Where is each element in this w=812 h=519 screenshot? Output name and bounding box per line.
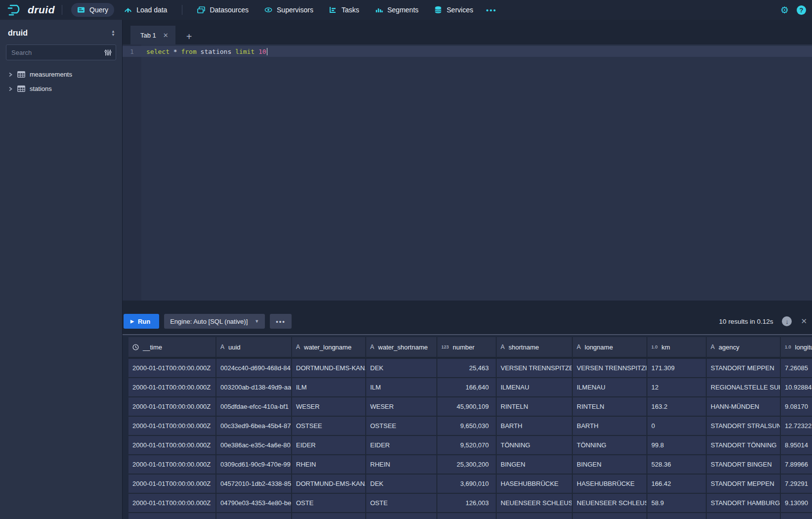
nav-item-tasks[interactable]: Tasks bbox=[323, 3, 365, 17]
help-button[interactable]: ? bbox=[797, 5, 806, 15]
table-cell-shortname[interactable]: NEUENSEER SCHLEUSEN bbox=[497, 494, 573, 513]
query-more-button[interactable]: ••• bbox=[270, 314, 292, 329]
table-cell-km[interactable]: 58.9 bbox=[647, 494, 707, 513]
schema-selector[interactable]: druid ▲▼ bbox=[6, 28, 116, 38]
table-cell-uuid[interactable]: 00c33ed9-6bea-45b4-87 bbox=[216, 417, 292, 436]
column-header-__time[interactable]: __time bbox=[128, 337, 216, 359]
table-cell-shortname[interactable]: HASEHUBBRÜCKE bbox=[497, 475, 573, 494]
column-header-number[interactable]: 123number bbox=[437, 337, 497, 359]
nav-item-supervisors[interactable]: Supervisors bbox=[258, 3, 319, 17]
table-cell-number[interactable]: 9,520,070 bbox=[437, 436, 497, 455]
table-cell-water_longname[interactable]: WESER bbox=[292, 397, 366, 417]
table-cell-agency[interactable]: STANDORT STRALSUND bbox=[707, 417, 781, 436]
table-cell-water_shortname[interactable]: DEK bbox=[366, 475, 437, 494]
table-cell-longitude[interactable]: 9.08170 bbox=[781, 397, 812, 417]
nav-item-segments[interactable]: Segments bbox=[369, 3, 425, 17]
table-cell-water_longname[interactable]: DORTMUND-EMS-KANAL bbox=[292, 475, 366, 494]
table-cell-uuid[interactable]: 04790e03-4353-4e80-be bbox=[216, 494, 292, 513]
column-header-longitude[interactable]: 1.0longitude bbox=[781, 337, 812, 359]
table-cell-agency[interactable]: STANDORT BINGEN bbox=[707, 455, 781, 475]
search-input[interactable] bbox=[11, 49, 104, 56]
table-cell-__time[interactable]: 2000-01-01T00:00:00.000Z bbox=[128, 455, 216, 475]
table-cell-longname[interactable]: BINGEN bbox=[573, 455, 647, 475]
table-cell-water_longname[interactable]: RHEIN bbox=[292, 455, 366, 475]
tree-item-stations[interactable]: stations bbox=[6, 82, 116, 96]
table-cell-km[interactable]: 163.2 bbox=[647, 397, 707, 417]
table-cell-longname[interactable]: TÖNNING bbox=[573, 436, 647, 455]
column-header-shortname[interactable]: Ashortname bbox=[497, 337, 573, 359]
table-cell-agency[interactable]: STANDORT HAMBURG bbox=[707, 494, 781, 513]
table-cell-empty[interactable] bbox=[128, 513, 216, 519]
add-tab-button[interactable]: + bbox=[183, 31, 195, 44]
table-cell-__time[interactable]: 2000-01-01T00:00:00.000Z bbox=[128, 378, 216, 397]
table-cell-longitude[interactable]: 7.89966 bbox=[781, 455, 812, 475]
nav-more-button[interactable]: ••• bbox=[481, 3, 502, 17]
table-cell-longname[interactable]: RINTELN bbox=[573, 397, 647, 417]
table-cell-water_longname[interactable]: OSTE bbox=[292, 494, 366, 513]
table-cell-shortname[interactable]: ILMENAU bbox=[497, 378, 573, 397]
column-header-km[interactable]: 1.0km bbox=[647, 337, 707, 359]
table-cell-water_shortname[interactable]: RHEIN bbox=[366, 455, 437, 475]
table-cell-empty[interactable] bbox=[781, 513, 812, 519]
table-cell-water_shortname[interactable]: OSTE bbox=[366, 494, 437, 513]
table-cell-empty[interactable] bbox=[647, 513, 707, 519]
tab-close-icon[interactable]: ✕ bbox=[163, 32, 169, 39]
table-cell-longitude[interactable]: 9.13090 bbox=[781, 494, 812, 513]
table-cell-water_shortname[interactable]: ILM bbox=[366, 378, 437, 397]
table-cell-longname[interactable]: HASEHUBBRÜCKE bbox=[573, 475, 647, 494]
download-icon[interactable]: ↓ bbox=[782, 316, 792, 326]
table-cell-uuid[interactable]: 003200ab-d138-49d9-aa bbox=[216, 378, 292, 397]
table-cell-__time[interactable]: 2000-01-01T00:00:00.000Z bbox=[128, 494, 216, 513]
table-cell-water_shortname[interactable]: WESER bbox=[366, 397, 437, 417]
table-cell-km[interactable]: 171.309 bbox=[647, 359, 707, 378]
column-header-longname[interactable]: Alongname bbox=[573, 337, 647, 359]
table-cell-__time[interactable]: 2000-01-01T00:00:00.000Z bbox=[128, 436, 216, 455]
table-cell-number[interactable]: 3,690,010 bbox=[437, 475, 497, 494]
close-results-icon[interactable]: ✕ bbox=[801, 317, 807, 326]
table-cell-longname[interactable]: ILMENAU bbox=[573, 378, 647, 397]
table-cell-uuid[interactable]: 04572010-1db2-4338-85 bbox=[216, 475, 292, 494]
table-cell-water_longname[interactable]: EIDER bbox=[292, 436, 366, 455]
nav-item-query[interactable]: Query bbox=[71, 3, 114, 17]
column-header-water_longname[interactable]: Awater_longname bbox=[292, 337, 366, 359]
table-cell-__time[interactable]: 2000-01-01T00:00:00.000Z bbox=[128, 359, 216, 378]
settings-gear-icon[interactable]: ⚙ bbox=[780, 5, 789, 15]
table-cell-__time[interactable]: 2000-01-01T00:00:00.000Z bbox=[128, 397, 216, 417]
table-cell-km[interactable]: 528.36 bbox=[647, 455, 707, 475]
table-cell-uuid[interactable]: 0024cc40-d690-468d-84 bbox=[216, 359, 292, 378]
table-cell-longitude[interactable]: 10.92884 bbox=[781, 378, 812, 397]
table-cell-km[interactable]: 166.42 bbox=[647, 475, 707, 494]
table-cell-shortname[interactable]: BARTH bbox=[497, 417, 573, 436]
column-header-water_shortname[interactable]: Awater_shortname bbox=[366, 337, 437, 359]
table-cell-empty[interactable] bbox=[497, 513, 573, 519]
table-cell-longitude[interactable]: 7.26085 bbox=[781, 359, 812, 378]
table-cell-uuid[interactable]: 0309cd61-90c9-470e-99 bbox=[216, 455, 292, 475]
table-cell-km[interactable]: 12 bbox=[647, 378, 707, 397]
table-cell-uuid[interactable]: 00e386ac-e35c-4a6e-80 bbox=[216, 436, 292, 455]
table-cell-longname[interactable]: VERSEN TRENNSPITZE bbox=[573, 359, 647, 378]
nav-item-datasources[interactable]: Datasources bbox=[191, 3, 255, 17]
engine-select-button[interactable]: Engine: Auto [SQL (native)] ▼ bbox=[164, 314, 265, 329]
table-cell-longname[interactable]: BARTH bbox=[573, 417, 647, 436]
run-button[interactable]: ▶ Run bbox=[124, 314, 159, 329]
table-cell-number[interactable]: 45,900,109 bbox=[437, 397, 497, 417]
table-cell-agency[interactable]: HANN-MÜNDEN bbox=[707, 397, 781, 417]
table-cell-water_shortname[interactable]: OSTSEE bbox=[366, 417, 437, 436]
column-header-uuid[interactable]: Auuid bbox=[216, 337, 292, 359]
table-cell-agency[interactable]: STANDORT TÖNNING bbox=[707, 436, 781, 455]
table-cell-longitude[interactable]: 7.29291 bbox=[781, 475, 812, 494]
table-cell-number[interactable]: 126,003 bbox=[437, 494, 497, 513]
sql-editor[interactable]: 1 select * from stations limit 10 bbox=[123, 44, 812, 301]
table-cell-empty[interactable] bbox=[216, 513, 292, 519]
table-cell-water_longname[interactable]: ILM bbox=[292, 378, 366, 397]
table-cell-empty[interactable] bbox=[366, 513, 437, 519]
table-cell-number[interactable]: 166,640 bbox=[437, 378, 497, 397]
table-cell-water_longname[interactable]: DORTMUND-EMS-KANAL bbox=[292, 359, 366, 378]
table-cell-water_shortname[interactable]: DEK bbox=[366, 359, 437, 378]
table-cell-water_longname[interactable]: OSTSEE bbox=[292, 417, 366, 436]
table-cell-shortname[interactable]: TÖNNING bbox=[497, 436, 573, 455]
table-cell-longitude[interactable]: 8.95014 bbox=[781, 436, 812, 455]
table-cell-empty[interactable] bbox=[437, 513, 497, 519]
druid-logo[interactable]: druid bbox=[7, 3, 55, 16]
table-cell-number[interactable]: 25,300,200 bbox=[437, 455, 497, 475]
